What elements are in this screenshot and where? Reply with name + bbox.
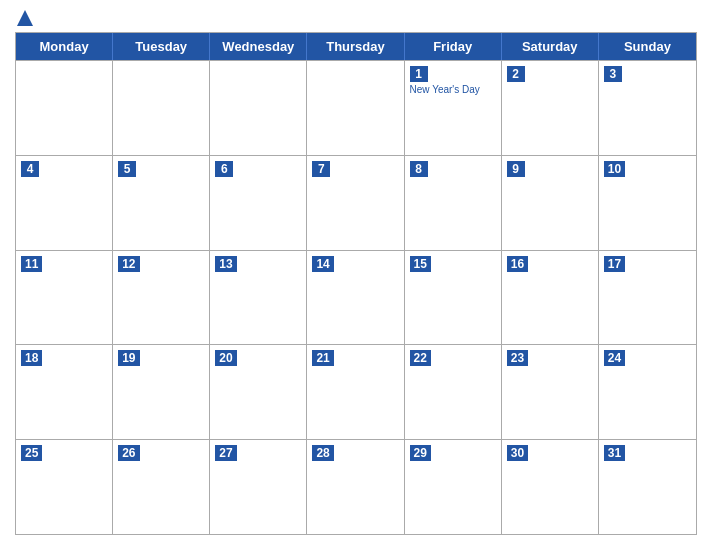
day-number: 17: [604, 256, 625, 272]
cal-cell: 6: [210, 156, 307, 250]
cal-cell: 0: [16, 61, 113, 155]
week-row-5: 25262728293031: [16, 439, 696, 534]
day-number: 4: [21, 161, 39, 177]
page-header: [15, 10, 697, 32]
day-number: 7: [312, 161, 330, 177]
day-number: 22: [410, 350, 431, 366]
cal-cell: 19: [113, 345, 210, 439]
cal-cell: 26: [113, 440, 210, 534]
day-number: 13: [215, 256, 236, 272]
day-number: 11: [21, 256, 42, 272]
day-number: 15: [410, 256, 431, 272]
day-number: 5: [118, 161, 136, 177]
day-number: 3: [604, 66, 622, 82]
cal-cell: 27: [210, 440, 307, 534]
calendar: MondayTuesdayWednesdayThursdayFridaySatu…: [15, 32, 697, 535]
cal-cell: 10: [599, 156, 696, 250]
day-number: 2: [507, 66, 525, 82]
day-number: 26: [118, 445, 139, 461]
day-number: 9: [507, 161, 525, 177]
cal-cell: 21: [307, 345, 404, 439]
day-number: 20: [215, 350, 236, 366]
holiday-label: New Year's Day: [410, 84, 496, 96]
day-header-wednesday: Wednesday: [210, 33, 307, 60]
cal-cell: 24: [599, 345, 696, 439]
cal-cell: 2: [502, 61, 599, 155]
day-number: 8: [410, 161, 428, 177]
cal-cell: 16: [502, 251, 599, 345]
day-number: 30: [507, 445, 528, 461]
cal-cell: 18: [16, 345, 113, 439]
day-number: 10: [604, 161, 625, 177]
day-number: 12: [118, 256, 139, 272]
cal-cell: 31: [599, 440, 696, 534]
cal-cell: 23: [502, 345, 599, 439]
cal-cell: 0: [113, 61, 210, 155]
day-number: 14: [312, 256, 333, 272]
day-number: 23: [507, 350, 528, 366]
day-number: 6: [215, 161, 233, 177]
cal-cell: 17: [599, 251, 696, 345]
day-header-saturday: Saturday: [502, 33, 599, 60]
cal-cell: 13: [210, 251, 307, 345]
day-header-monday: Monday: [16, 33, 113, 60]
cal-cell: 5: [113, 156, 210, 250]
day-number: 19: [118, 350, 139, 366]
logo-triangle-icon: [17, 10, 33, 26]
cal-cell: 12: [113, 251, 210, 345]
week-row-3: 11121314151617: [16, 250, 696, 345]
cal-cell: 30: [502, 440, 599, 534]
day-number: 27: [215, 445, 236, 461]
day-header-friday: Friday: [405, 33, 502, 60]
day-number: 16: [507, 256, 528, 272]
cal-cell: 8: [405, 156, 502, 250]
calendar-body: 00001New Year's Day234567891011121314151…: [16, 60, 696, 534]
cal-cell: 20: [210, 345, 307, 439]
day-number: 31: [604, 445, 625, 461]
day-header-tuesday: Tuesday: [113, 33, 210, 60]
cal-cell: 14: [307, 251, 404, 345]
cal-cell: 25: [16, 440, 113, 534]
cal-cell: 29: [405, 440, 502, 534]
week-row-1: 00001New Year's Day23: [16, 60, 696, 155]
day-number: 25: [21, 445, 42, 461]
day-number: 0: [118, 66, 136, 82]
calendar-header: MondayTuesdayWednesdayThursdayFridaySatu…: [16, 33, 696, 60]
cal-cell: 0: [307, 61, 404, 155]
day-number: 0: [215, 66, 233, 82]
day-number: 18: [21, 350, 42, 366]
day-header-thursday: Thursday: [307, 33, 404, 60]
cal-cell: 28: [307, 440, 404, 534]
cal-cell: 11: [16, 251, 113, 345]
logo: [15, 10, 33, 26]
day-number: 28: [312, 445, 333, 461]
day-number: 29: [410, 445, 431, 461]
cal-cell: 9: [502, 156, 599, 250]
week-row-4: 18192021222324: [16, 344, 696, 439]
week-row-2: 45678910: [16, 155, 696, 250]
day-number: 1: [410, 66, 428, 82]
cal-cell: 22: [405, 345, 502, 439]
day-header-sunday: Sunday: [599, 33, 696, 60]
cal-cell: 1New Year's Day: [405, 61, 502, 155]
cal-cell: 4: [16, 156, 113, 250]
day-number: 0: [21, 66, 39, 82]
cal-cell: 7: [307, 156, 404, 250]
day-number: 21: [312, 350, 333, 366]
cal-cell: 3: [599, 61, 696, 155]
cal-cell: 0: [210, 61, 307, 155]
day-number: 24: [604, 350, 625, 366]
day-number: 0: [312, 66, 330, 82]
cal-cell: 15: [405, 251, 502, 345]
